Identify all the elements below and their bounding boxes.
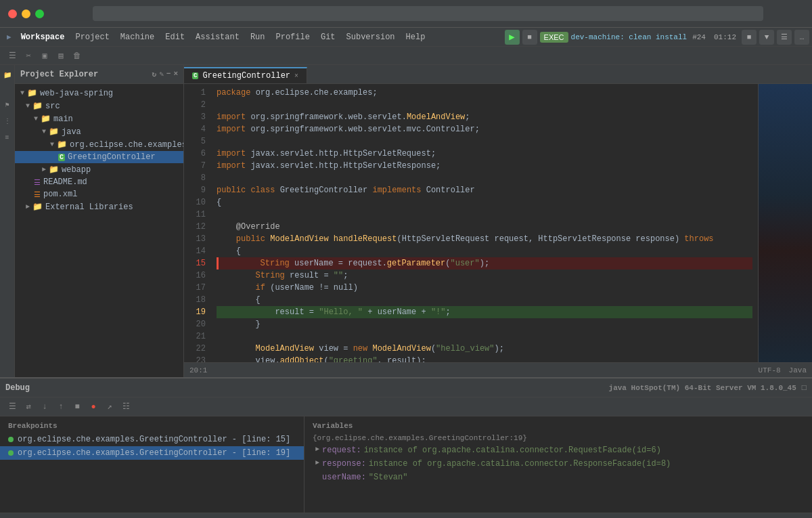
java-file-badge: C [58,154,65,161]
pe-collapse-icon[interactable]: − [166,70,171,79]
second-toolbar: ☰ ✂ ▣ ▤ 🗑 [0,46,812,65]
minimize-button[interactable] [22,9,30,18]
folder-extlibs-icon: 📁 [32,202,43,212]
dbg-stepover-btn[interactable]: ⇄ [22,400,35,414]
menu-git[interactable]: Git [315,30,341,44]
tree-label-src: src [45,102,60,111]
tree-item-readme[interactable]: ☰ README.md [15,176,183,188]
pe-pencil-icon[interactable]: ✎ [159,70,164,79]
bottom-tab-debug[interactable]: ⚙ Debug [178,516,218,519]
folder-icon: 📁 [27,88,37,98]
settings-button[interactable]: ☰ [777,30,792,45]
var-item-response[interactable]: ► response: instance of org.apache.catal… [304,457,812,471]
code-content: 1234567891011121314151617181920212223242… [184,84,812,362]
minimap [758,84,812,362]
exec-button[interactable]: EXEC [540,32,568,43]
side-icon-3[interactable]: ⋮ [1,115,14,127]
tb2-copy-btn[interactable]: ▣ [38,49,51,62]
var-item-username[interactable]: ► userName: "Stevan" [304,471,812,484]
folder-java-icon: 📁 [49,127,59,137]
menu-profile[interactable]: Profile [271,30,315,44]
folder-pkg-icon: 📁 [57,139,67,150]
tree-arrow-main: ▼ [34,115,38,123]
side-explorer-icon[interactable]: 📁 [1,69,14,81]
side-icon-4[interactable]: ≡ [1,131,14,144]
tree-item-web-java-spring[interactable]: ▼ 📁 web-java-spring [15,87,183,100]
menu-edit[interactable]: Edit [160,30,190,44]
tree-item-webapp[interactable]: ► 📁 webapp [15,163,183,176]
editor-tab-greeting[interactable]: C GreetingController × [184,67,307,83]
tb2-delete-btn[interactable]: 🗑 [70,49,84,62]
var-expand-icon: ► [315,446,319,455]
tree-arrow-webapp: ► [42,166,46,173]
var-name-response: response: [322,459,366,469]
debug-title: Debug [5,383,30,393]
md-file-icon: ☰ [34,178,41,187]
debug-header: Debug java HotSpot(TM) 64-Bit Server VM … [0,379,812,397]
bp-dot-2 [8,450,14,456]
more-button[interactable]: … [794,30,809,45]
tree-label-pom: pom.xml [43,190,77,199]
menu-assistant[interactable]: Assistant [190,30,245,44]
title-search-bar[interactable] [93,6,763,21]
tree-label-extlibs: External Libraries [45,202,133,212]
menu-help[interactable]: Help [401,30,431,44]
main-layout: 📁 ⚑ ⋮ ≡ Project Explorer ↻ ✎ − × ▼ 📁 web… [0,65,812,377]
breakpoint-item-15[interactable]: org.eclipse.che.examples.GreetingControl… [0,433,304,446]
run-button[interactable]: ▶ [505,30,520,45]
var-expand-icon-2: ► [315,459,319,469]
close-button[interactable] [8,9,17,18]
tab-close-icon[interactable]: × [294,72,298,80]
tree-item-java[interactable]: ▼ 📁 java [15,125,183,138]
menu-machine[interactable]: Machine [115,30,160,44]
dbg-resume-btn[interactable]: ☰ [5,400,19,414]
breakpoints-header: Breakpoints [0,419,304,433]
status-right: UTF-8 Java [759,366,807,374]
dbg-stepinto-btn[interactable]: ↓ [38,400,51,414]
menu-run[interactable]: Run [245,30,271,44]
menu-workspace[interactable]: Workspace [16,30,70,44]
menu-subversion[interactable]: Subversion [341,30,401,44]
code-editor[interactable]: package org.eclipse.che.examples; import… [211,84,758,362]
tree-item-greeting-controller[interactable]: C GreetingController [15,151,183,163]
bottom-bar: ★ Events ◯ Outputs ■ Consoles ⚙ Debug ht… [0,513,812,518]
dbg-stepout-btn[interactable]: ↑ [54,400,68,414]
editor-tabs: C GreetingController × [184,65,812,84]
dbg-stop-btn[interactable]: ■ [70,400,84,414]
tb2-explorer-btn[interactable]: ☰ [5,49,19,62]
menu-project[interactable]: Project [70,30,114,44]
breakpoint-item-19[interactable]: org.eclipse.che.examples.GreetingControl… [0,446,304,460]
status-bar: 20:1 UTF-8 Java [184,362,812,377]
maximize-button[interactable] [35,9,44,18]
pe-header: Project Explorer ↻ ✎ − × [15,65,183,84]
side-icon-2[interactable]: ⚑ [1,99,14,111]
tree-item-pom[interactable]: ☰ pom.xml [15,188,183,200]
tab-label: GreetingController [202,71,290,81]
tb2-cut-btn[interactable]: ✂ [22,49,35,62]
layout-button[interactable]: ■ [742,30,757,45]
pe-close-icon[interactable]: × [173,70,178,79]
tree-item-extlibs[interactable]: ► 📁 External Libraries [15,200,183,213]
debug-detach-icon[interactable]: □ [802,383,807,393]
var-item-request[interactable]: ► request: instance of org.apache.catali… [304,444,812,457]
dbg-record-btn[interactable]: ● [87,400,100,414]
project-explorer: Project Explorer ↻ ✎ − × ▼ 📁 web-java-sp… [15,65,184,377]
debug-vm-info: java HotSpot(TM) 64-Bit Server VM 1.8.0_… [609,384,796,392]
encoding-label: UTF-8 [759,366,781,374]
dbg-grid-btn[interactable]: ☷ [119,400,133,414]
tb2-paste-btn[interactable]: ▤ [54,49,68,62]
debug-button[interactable]: ■ [522,30,537,45]
tree-item-src[interactable]: ▼ 📁 src [15,100,183,112]
menu-arrow: ▶ [3,33,16,41]
pe-sync-icon[interactable]: ↻ [152,70,157,79]
tree-item-pkg[interactable]: ▼ 📁 org.eclipse.che.examples [15,138,183,151]
run-number: #24 [690,33,708,41]
dropdown-button[interactable]: ▼ [759,30,774,45]
dbg-export-btn[interactable]: ↗ [103,400,116,414]
tree-arrow-extlibs: ► [26,203,30,211]
tree-label-java: java [62,127,81,137]
tree-item-main[interactable]: ▼ 📁 main [15,112,183,125]
xml-file-icon: ☰ [34,190,41,199]
variables-panel: Variables {org.eclipse.che.examples.Gree… [304,416,812,513]
folder-webapp-icon: 📁 [49,165,59,175]
